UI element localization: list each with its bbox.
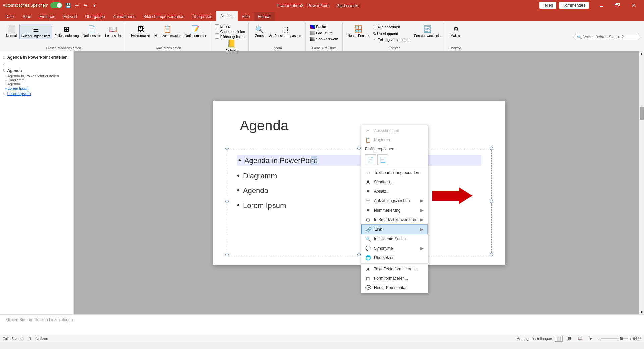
ausschneiden-icon: ✂ bbox=[365, 128, 371, 134]
ctx-intelligente-suche[interactable]: 🔍 Intelligente Suche bbox=[361, 234, 428, 244]
btn-farbe[interactable]: Farbe bbox=[309, 24, 327, 30]
ctx-texteffekte[interactable]: A Texteffekte formatieren... bbox=[361, 264, 428, 274]
handle-tl[interactable] bbox=[225, 147, 229, 150]
view-fullscreen-btn[interactable]: ▶ bbox=[587, 336, 595, 342]
view-read-btn[interactable]: 📖 bbox=[576, 336, 584, 342]
btn-neues-fenster[interactable]: 🪟 Neues Fenster bbox=[346, 24, 371, 39]
outline-title-4[interactable]: Lorem Ipsum bbox=[7, 91, 31, 96]
btn-notizenseite[interactable]: 📄 Notizenseite bbox=[81, 24, 103, 39]
paste-btn-2[interactable]: 📃 bbox=[377, 154, 388, 165]
normal-icon: ⬜ bbox=[7, 25, 16, 33]
ctx-absatz[interactable]: ≡ Absatz... bbox=[361, 187, 428, 196]
ctx-nummerierung[interactable]: ≡ Nummerierung ▶ bbox=[361, 206, 428, 215]
btn-notizenmaster[interactable]: 📝 Notizenmaster bbox=[183, 24, 208, 39]
ctx-aufzaehlungszeichen[interactable]: ☰ Aufzählungszeichen ▶ bbox=[361, 196, 428, 206]
ctx-ausschneiden[interactable]: ✂ Ausschneiden bbox=[361, 126, 428, 135]
handle-mr[interactable] bbox=[490, 200, 493, 203]
bullet-list: Agenda in PowerPoint Diagramm Agenda Lor… bbox=[227, 148, 491, 222]
tab-hilfe[interactable]: Hilfe bbox=[238, 12, 254, 21]
save-icon[interactable]: 💾 bbox=[64, 2, 72, 9]
comments-button[interactable]: Kommentare bbox=[559, 2, 589, 9]
ctx-form-formatieren[interactable]: ◻ Form formatieren... bbox=[361, 274, 428, 283]
autosave-toggle[interactable] bbox=[50, 2, 62, 8]
outline-item-2[interactable]: 2 bbox=[0, 61, 73, 67]
btn-makros[interactable]: ⚙ Makros bbox=[449, 24, 463, 39]
alle-anordnen-label: Alle anordnen bbox=[377, 25, 400, 29]
restore-button[interactable]: 🗗 bbox=[610, 0, 625, 11]
ctx-schriftart[interactable]: A Schriftart... bbox=[361, 177, 428, 187]
zoom-plus-btn[interactable]: + bbox=[629, 337, 631, 341]
tab-start[interactable]: Start bbox=[19, 12, 35, 21]
wechseln-label: Fenster wechseln bbox=[414, 34, 441, 38]
btn-fenster-anpassen[interactable]: ⬚ An Fenster anpassen bbox=[267, 24, 303, 39]
ctx-link[interactable]: 🔗 Link ▶ bbox=[361, 224, 428, 234]
search-input[interactable] bbox=[583, 35, 637, 39]
btn-fenster-wechseln[interactable]: 🔄 Fenster wechseln bbox=[413, 24, 442, 39]
btn-graustufe[interactable]: Graustufe bbox=[309, 30, 334, 36]
undo-icon[interactable]: ↩ bbox=[73, 2, 81, 9]
outline-item-4[interactable]: 4 Lorem Ipsum bbox=[0, 90, 73, 97]
scroll-down-btn[interactable]: ▼ bbox=[639, 309, 644, 314]
tab-einfuegen[interactable]: Einfügen bbox=[35, 12, 59, 21]
ctx-neuer-kommentar[interactable]: 💬 Neuer Kommentar bbox=[361, 283, 428, 292]
btn-alle-anordnen[interactable]: ⊞ Alle anordnen bbox=[372, 24, 412, 30]
outline-num-4: 4 bbox=[3, 92, 5, 96]
outline-item-1[interactable]: 1 Agenda in PowerPoint erstellen bbox=[0, 54, 73, 61]
tab-ansicht[interactable]: Ansicht bbox=[216, 11, 238, 21]
btn-foliensortierung[interactable]: ⊞ Foliensortierung bbox=[53, 24, 81, 39]
handle-tm[interactable] bbox=[357, 147, 361, 150]
notes-area[interactable]: Klicken Sie, um Notizen hinzuzufügen bbox=[0, 314, 644, 335]
tab-ueberpruefen[interactable]: Überprüfen bbox=[188, 12, 216, 21]
outline-sub-3-4[interactable]: • Lorem Ipsum bbox=[0, 86, 73, 90]
scroll-up-btn[interactable]: ▲ bbox=[639, 51, 644, 56]
scroll-thumb[interactable] bbox=[640, 107, 644, 120]
notes-status-label[interactable]: Notizen bbox=[36, 337, 48, 341]
btn-lesansicht[interactable]: 📖 Lesansicht bbox=[103, 24, 123, 39]
group-masteransichten: 🖼 Folienmaster 📋 Handzettelmaster 📝 Noti… bbox=[127, 23, 211, 51]
redo-icon[interactable]: ↪ bbox=[82, 2, 89, 9]
tab-entwurf[interactable]: Entwurf bbox=[59, 12, 81, 21]
btn-schwarzweiss[interactable]: Schwarzweiß bbox=[309, 36, 339, 42]
btn-teilung[interactable]: ↔ Teilung verschieben bbox=[372, 37, 412, 42]
tab-datei[interactable]: Datei bbox=[1, 12, 19, 21]
checkbox-gitternetz[interactable]: Gitternetzlinien bbox=[214, 29, 246, 34]
view-normal-btn[interactable]: ⬜ bbox=[555, 336, 563, 342]
praesentation-group-label: Präsentationsansichten bbox=[46, 46, 81, 51]
zoom-slider[interactable] bbox=[601, 338, 628, 339]
vertical-scrollbar[interactable]: ▲ ▼ bbox=[639, 51, 644, 314]
view-sort-btn[interactable]: ⊞ bbox=[565, 336, 574, 342]
ctx-smartart[interactable]: ⬡ In SmartArt konvertieren ▶ bbox=[361, 215, 428, 224]
handle-bm[interactable] bbox=[357, 253, 361, 256]
tab-animationen[interactable]: Animationen bbox=[109, 12, 140, 21]
customize-icon[interactable]: ▾ bbox=[91, 2, 98, 9]
btn-normal[interactable]: ⬜ Normal bbox=[4, 24, 19, 39]
tab-uebergaenge[interactable]: Übergänge bbox=[81, 12, 109, 21]
paste-btn-1[interactable]: 📄 bbox=[365, 154, 376, 165]
ctx-textbearbeitung[interactable]: ⊡ Textbearbeitung beenden bbox=[361, 168, 428, 177]
btn-gliederungsansicht[interactable]: ☰ Gliederungsansicht bbox=[19, 24, 52, 39]
minimize-button[interactable]: 🗕 bbox=[594, 0, 609, 11]
btn-handzettelmaster[interactable]: 📋 Handzettelmaster bbox=[153, 24, 182, 39]
btn-zoom[interactable]: 🔍 Zoom bbox=[252, 24, 267, 39]
btn-ueberlappend[interactable]: ⧉ Überlappend bbox=[372, 31, 412, 36]
anzeige-label[interactable]: Anzeigeeinstellungen bbox=[517, 337, 552, 341]
ctx-uebersetzen[interactable]: 🌐 Übersetzen bbox=[361, 253, 428, 263]
neues-fenster-label: Neues Fenster bbox=[348, 34, 370, 38]
outline-item-3[interactable]: 3 Agenda bbox=[0, 67, 73, 74]
handle-bl[interactable] bbox=[225, 253, 229, 256]
tab-praesentation[interactable]: Bildschirmpräsentation bbox=[140, 12, 188, 21]
share-button[interactable]: Teilen bbox=[539, 2, 556, 9]
handle-ml[interactable] bbox=[225, 200, 229, 203]
zoom-minus-btn[interactable]: − bbox=[598, 337, 600, 341]
checkbox-lineal[interactable]: Lineal bbox=[214, 24, 231, 29]
btn-folienmaster[interactable]: 🖼 Folienmaster bbox=[129, 24, 152, 38]
farbe-label: Farbe bbox=[316, 25, 326, 29]
ctx-synonyme[interactable]: 💬 Synonyme ▶ bbox=[361, 244, 428, 253]
handle-br[interactable] bbox=[490, 253, 493, 256]
main: 1 Agenda in PowerPoint erstellen 2 3 Age… bbox=[0, 51, 644, 314]
makros-label: Makros bbox=[450, 34, 461, 38]
close-button[interactable]: ✕ bbox=[626, 0, 641, 11]
tab-format[interactable]: Format bbox=[254, 12, 275, 21]
handle-tr[interactable] bbox=[490, 147, 493, 150]
ctx-kopieren[interactable]: 📋 Kopieren bbox=[361, 135, 428, 145]
